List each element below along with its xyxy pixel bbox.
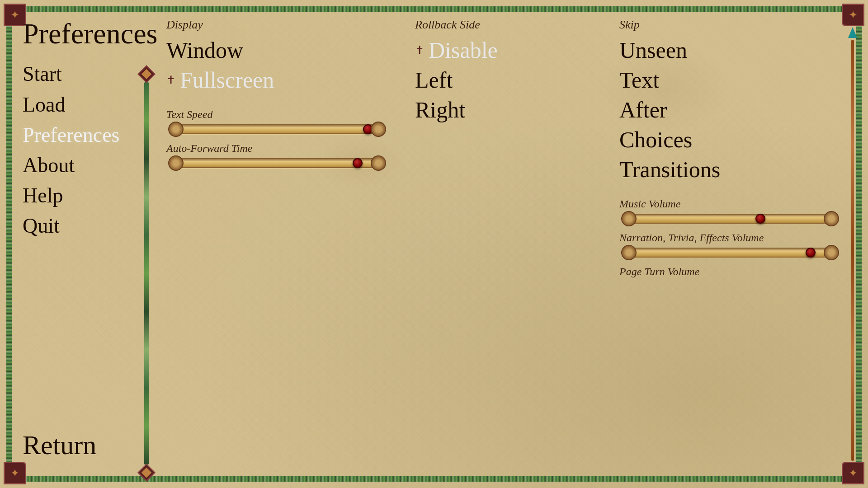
- text-speed-slider-wrapper: [166, 124, 388, 134]
- transitions-label: Transitions: [619, 156, 720, 183]
- main-layout: Preferences StartLoadPreferencesAboutHel…: [9, 9, 859, 479]
- sidebar: Preferences StartLoadPreferencesAboutHel…: [9, 9, 140, 479]
- sidebar-item-load[interactable]: Load: [23, 89, 131, 120]
- music-volume-label: Music Volume: [619, 198, 841, 210]
- sidebar-item-help[interactable]: Help: [23, 180, 131, 211]
- divider-line: [144, 82, 149, 465]
- text-label: Text: [619, 67, 659, 93]
- disable-cursor: ✝: [415, 44, 424, 56]
- divider-ornament-bottom: [137, 464, 156, 482]
- vertical-divider: [140, 68, 153, 479]
- left-sliders: Text Speed Auto-Forward Time: [166, 108, 388, 168]
- narration-volume-label: Narration, Trivia, Effects Volume: [619, 232, 841, 244]
- music-volume-thumb[interactable]: [755, 214, 765, 224]
- auto-forward-label: Auto-Forward Time: [166, 142, 388, 155]
- option-choices[interactable]: Choices: [619, 125, 841, 155]
- divider-ornament-top: [137, 65, 156, 83]
- display-setting: Display Window ✝ Fullscreen: [166, 18, 388, 95]
- right-sliders: Music Volume Narration, Trivia, Effects …: [619, 198, 841, 278]
- option-left[interactable]: Left: [415, 65, 592, 95]
- sidebar-item-quit[interactable]: Quit: [23, 211, 131, 241]
- option-transitions[interactable]: Transitions: [619, 155, 841, 184]
- skip-options: Unseen Text After Choices Transitions: [619, 35, 841, 184]
- narration-volume-track[interactable]: [628, 248, 832, 258]
- option-unseen[interactable]: Unseen: [619, 35, 841, 65]
- return-button[interactable]: Return: [23, 430, 96, 461]
- left-label: Left: [415, 67, 453, 93]
- right-label: Right: [415, 97, 465, 123]
- right-column: Skip Unseen Text After Choices T: [619, 18, 841, 470]
- fullscreen-cursor: ✝: [166, 74, 175, 86]
- option-after[interactable]: After: [619, 95, 841, 125]
- main-content: Display Window ✝ Fullscreen Text Speed: [153, 9, 859, 479]
- page-title: Preferences: [23, 18, 131, 50]
- skip-setting: Skip Unseen Text After Choices T: [619, 18, 841, 184]
- display-label: Display: [166, 18, 388, 32]
- auto-forward-thumb[interactable]: [353, 158, 363, 168]
- choices-label: Choices: [619, 127, 692, 153]
- option-text[interactable]: Text: [619, 65, 841, 95]
- rollback-setting: Rollback Side ✝ Disable Left Right: [415, 18, 592, 125]
- display-options: Window ✝ Fullscreen: [166, 35, 388, 95]
- window-label: Window: [166, 37, 243, 63]
- option-disable[interactable]: ✝ Disable: [415, 35, 592, 65]
- text-speed-label: Text Speed: [166, 108, 388, 121]
- music-volume-slider-wrapper: [619, 214, 841, 224]
- middle-column: Rollback Side ✝ Disable Left Right: [415, 18, 592, 470]
- option-right[interactable]: Right: [415, 95, 592, 125]
- fullscreen-label: Fullscreen: [180, 67, 274, 93]
- auto-forward-track[interactable]: [175, 158, 379, 168]
- unseen-label: Unseen: [619, 37, 687, 63]
- sidebar-item-start[interactable]: Start: [23, 59, 131, 89]
- option-window[interactable]: Window: [166, 35, 388, 65]
- page-turn-volume-label: Page Turn Volume: [619, 266, 841, 278]
- skip-label: Skip: [619, 18, 841, 32]
- left-column: Display Window ✝ Fullscreen Text Speed: [166, 18, 388, 470]
- text-speed-track[interactable]: [175, 124, 379, 134]
- sidebar-item-preferences[interactable]: Preferences: [23, 120, 131, 150]
- narration-volume-slider-wrapper: [619, 248, 841, 258]
- auto-forward-slider-wrapper: [166, 158, 388, 168]
- rollback-options: ✝ Disable Left Right: [415, 35, 592, 125]
- sidebar-item-about[interactable]: About: [23, 150, 131, 180]
- music-volume-track[interactable]: [628, 214, 832, 224]
- narration-volume-thumb[interactable]: [806, 248, 816, 258]
- nav-menu: StartLoadPreferencesAboutHelpQuit: [23, 59, 131, 241]
- disable-label: Disable: [429, 37, 498, 63]
- after-label: After: [619, 97, 667, 123]
- rollback-label: Rollback Side: [415, 18, 592, 32]
- text-speed-thumb[interactable]: [363, 124, 373, 134]
- option-fullscreen[interactable]: ✝ Fullscreen: [166, 65, 388, 95]
